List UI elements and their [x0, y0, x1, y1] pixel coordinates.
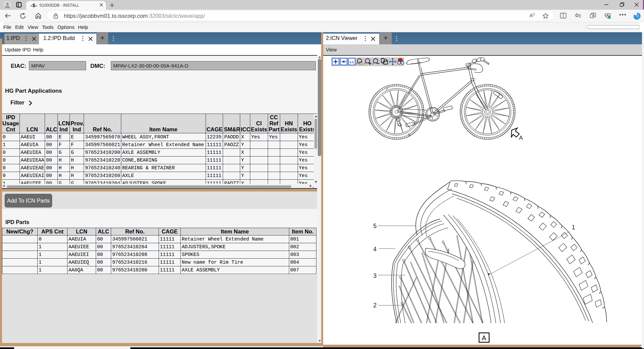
- svg-text:5: 5: [373, 223, 377, 229]
- svg-text:1:1: 1:1: [349, 60, 354, 64]
- svg-text:4: 4: [373, 246, 377, 253]
- svg-text:A: A: [519, 135, 523, 141]
- svg-text:A: A: [482, 334, 486, 342]
- svg-text:3: 3: [373, 272, 377, 279]
- svg-text:2: 2: [373, 302, 377, 309]
- svg-text:1: 1: [572, 224, 575, 231]
